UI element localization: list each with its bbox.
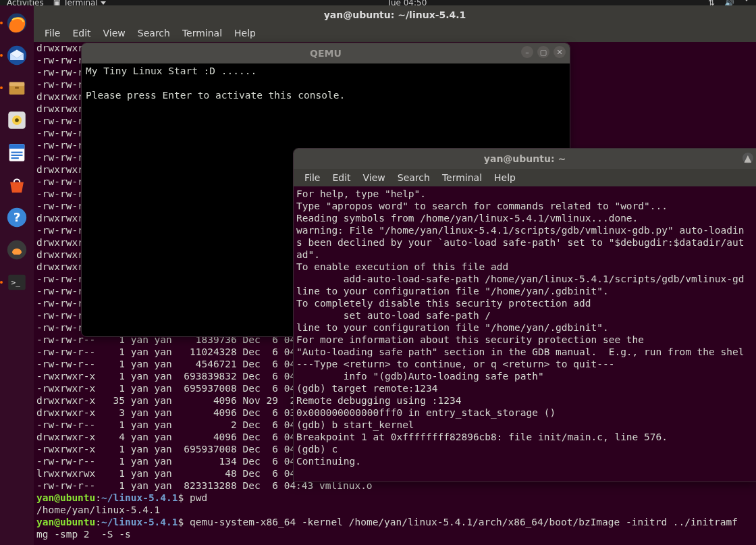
- svg-rect-11: [11, 155, 23, 156]
- dock-software-icon[interactable]: [3, 171, 31, 199]
- svg-rect-10: [11, 152, 23, 153]
- dock: ? >_: [0, 5, 34, 545]
- gdb-window-title: yan@ubuntu: ~: [484, 153, 566, 164]
- svg-point-7: [15, 118, 19, 122]
- qemu-line: Please press Enter to activate this cons…: [86, 89, 566, 101]
- qemu-line: My Tiny Linux Start :D ......: [86, 65, 566, 77]
- menu-edit[interactable]: Edit: [327, 171, 356, 184]
- scroll-up-icon[interactable]: ▲: [742, 153, 753, 163]
- maximize-button[interactable]: ▢: [537, 46, 549, 58]
- menu-view[interactable]: View: [98, 26, 131, 40]
- svg-rect-9: [9, 144, 25, 149]
- menu-file[interactable]: File: [299, 171, 325, 184]
- top-panel: Activities ▣ Terminal Tue 04:50 ⇅ 🔊: [0, 0, 756, 5]
- dock-libreoffice-writer-icon[interactable]: [3, 138, 31, 167]
- menu-terminal[interactable]: Terminal: [177, 26, 227, 40]
- dock-help-icon[interactable]: ?: [3, 203, 31, 232]
- menu-search[interactable]: Search: [392, 171, 435, 184]
- status-chevron-down-icon: [744, 0, 749, 1]
- menu-edit[interactable]: Edit: [67, 26, 96, 40]
- menu-terminal[interactable]: Terminal: [437, 171, 487, 184]
- close-button[interactable]: ✕: [554, 46, 566, 58]
- svg-rect-3: [9, 82, 25, 86]
- titlebar-gdb[interactable]: yan@ubuntu: ~ ▲: [294, 149, 756, 169]
- menubar-gdb: File Edit View Search Terminal Help: [294, 169, 756, 186]
- window-title: yan@ubuntu: ~/linux-5.4.1: [324, 9, 466, 20]
- menubar-main: File Edit View Search Terminal Help: [34, 24, 756, 42]
- menu-view[interactable]: View: [358, 171, 391, 184]
- terminal-window-gdb: yan@ubuntu: ~ ▲ File Edit View Search Te…: [293, 148, 756, 482]
- dock-files-icon[interactable]: [3, 74, 31, 102]
- dock-app-icon[interactable]: [3, 236, 31, 264]
- menu-help[interactable]: Help: [489, 171, 521, 184]
- qemu-title: QEMU: [310, 48, 342, 59]
- chevron-down-icon: [101, 1, 106, 5]
- menu-help[interactable]: Help: [229, 26, 261, 40]
- titlebar-qemu[interactable]: QEMU – ▢ ✕: [82, 43, 570, 63]
- titlebar-main[interactable]: yan@ubuntu: ~/linux-5.4.1: [34, 5, 756, 24]
- dock-firefox-icon[interactable]: [3, 9, 31, 37]
- svg-text:?: ?: [14, 210, 21, 224]
- svg-text:>_: >_: [11, 278, 21, 287]
- dock-thunderbird-icon[interactable]: [3, 41, 31, 70]
- menu-search[interactable]: Search: [132, 26, 176, 40]
- svg-rect-12: [11, 157, 19, 159]
- menu-file[interactable]: File: [39, 26, 65, 40]
- svg-rect-4: [15, 87, 19, 89]
- dock-terminal-icon[interactable]: >_: [3, 268, 31, 296]
- dock-rhythmbox-icon[interactable]: [3, 106, 31, 134]
- minimize-button[interactable]: –: [521, 46, 533, 58]
- terminal-body-gdb[interactable]: For help, type "help". Type "apropos wor…: [294, 186, 756, 482]
